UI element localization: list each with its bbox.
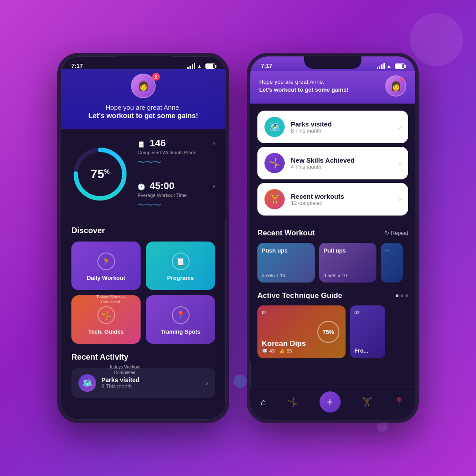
skills-list-info: New Skills Achieved 4 This month: [291, 156, 393, 170]
technique-card-front[interactable]: 02 Fro...: [350, 305, 385, 358]
recent-list-info: Recent workouts 12 completed: [291, 193, 393, 206]
dot-2: [401, 294, 403, 297]
greeting-line2: Let's workout to get some gains!: [71, 112, 215, 120]
likes-icon: 👍 65: [279, 348, 292, 354]
discover-grid: 🏃 Daily Workout 📋 Programs 🤸 Tech. Guide…: [71, 242, 215, 344]
parks-sub: 8 This month: [291, 128, 393, 134]
avatar-image: 👩: [132, 74, 155, 97]
phone2-main-content: 🗺️ Parks visited 8 This month › 🤸 New Sk…: [250, 104, 415, 362]
progress-circle: 75%: [71, 145, 129, 203]
dot-3: [405, 294, 408, 297]
activity-sub: 8 This month: [101, 383, 201, 390]
phone2-avatar[interactable]: 👩 2: [385, 75, 406, 97]
technique-card-korean[interactable]: 01 Korean Dips 💬 43 👍 65 75%: [257, 305, 346, 358]
technique-guide-title: Active Technique Guide: [257, 291, 342, 300]
repeat-label: Repeat: [391, 230, 408, 236]
phone2-greeting-line2: Let's workout to get some gains!: [259, 86, 380, 94]
battery-icon-2: [395, 63, 405, 69]
activity-card-skills[interactable]: 🤸 New Skills Achieved 4 This month ›: [257, 147, 408, 179]
chevron-icon-2: ›: [213, 182, 215, 190]
daily-workout-icon: 🏃: [97, 253, 115, 270]
bg-decoration-2: [234, 375, 247, 388]
wifi-icon: ▲: [197, 63, 202, 69]
tech-guides-icon: 🤸: [97, 306, 115, 324]
squiggle-2: 〜〜〜: [138, 200, 215, 210]
phone1-header: 👩 2 Hope you are great Anne, Let's worko…: [61, 69, 226, 129]
technique-guide-header: Active Technique Guide: [257, 291, 408, 300]
pullups-name: Pull ups: [324, 247, 372, 254]
phone2-badge: 2: [400, 75, 406, 82]
stat-number-time: 45:00: [149, 180, 174, 191]
stat-time[interactable]: 🕐 45:00 › Everage Workout Time 〜〜〜: [138, 180, 215, 210]
parks-chevron: ›: [399, 123, 401, 131]
circle-percent: 75%: [90, 167, 110, 181]
recent-title: Recent workouts: [291, 193, 393, 200]
extra-name: ...: [385, 247, 398, 252]
card-daily-workout[interactable]: 🏃 Daily Workout: [71, 242, 141, 290]
recent-workout-title: Recent Workout: [257, 229, 315, 238]
phones-container: 7:17 ▲ 👩: [57, 53, 419, 423]
programs-label: Programs: [167, 275, 194, 281]
skills-chevron: ›: [399, 159, 401, 167]
signal-icon-2: [377, 63, 385, 69]
parks-list-icon: 🗺️: [264, 117, 285, 137]
dot-1: [396, 294, 398, 297]
circle-center: 75%: [90, 167, 110, 181]
recent-workout-section: Recent Workout ↻ Repeat Push ups 3 sets …: [250, 223, 415, 286]
parks-list-info: Parks visited 8 This month: [291, 120, 393, 134]
parks-title: Parks visited: [291, 120, 393, 128]
activity-chevron: ›: [206, 379, 208, 387]
card-programs[interactable]: 📋 Programs: [146, 242, 215, 290]
workout-card-pushups[interactable]: Push ups 3 sets x 10: [257, 243, 315, 283]
stat-desc-time: Everage Workout Time: [138, 193, 215, 198]
repeat-button[interactable]: ↻ Repeat: [385, 230, 408, 236]
recent-list-icon: 🏋️: [264, 189, 285, 209]
circle-label: Todays Workout Completed: [107, 361, 142, 376]
status-bar-1: 7:17 ▲: [61, 56, 226, 69]
avatar-wrapper: 👩 2: [71, 74, 215, 98]
workout-card-pullups[interactable]: Pull ups 3 sets x 10: [319, 243, 376, 283]
status-bar-2: 7:17 ▲: [250, 56, 415, 71]
technique-cards: 01 Korean Dips 💬 43 👍 65 75%: [257, 305, 408, 358]
skills-list-icon: 🤸: [264, 153, 285, 173]
progress-section: 75% Todays Workout Completed 📋 146: [61, 129, 226, 219]
activity-card-parks[interactable]: 🗺️ Parks visited 8 This month ›: [257, 111, 408, 143]
korean-stats: 💬 43 👍 65: [262, 348, 341, 354]
tech-guides-label: Tech. Guides: [88, 328, 124, 335]
signal-icon: [187, 63, 195, 69]
pushups-sets: 3 sets x 10: [262, 273, 310, 278]
phone2-header: Hope you are great Anne, Let's workout t…: [250, 71, 415, 104]
time-2: 7:17: [261, 63, 272, 69]
stat-completed[interactable]: 📋 146 › Completed Workouts Plans 〜〜〜: [138, 138, 215, 174]
stats-column: 📋 146 › Completed Workouts Plans 〜〜〜 🕐: [138, 138, 215, 210]
bg-decoration-1: [410, 13, 463, 66]
time-1: 7:17: [71, 63, 83, 69]
parks-icon: 🗺️: [78, 374, 96, 392]
status-icons-1: ▲: [187, 63, 215, 69]
battery-icon: [205, 63, 215, 69]
daily-workout-label: Daily Workout: [87, 275, 125, 281]
front-name: Fro...: [354, 347, 381, 354]
phone1-content: 👩 2 Hope you are great Anne, Let's worko…: [61, 69, 226, 419]
activity-parks-visited[interactable]: 🗺️ Parks visited 8 This month ›: [71, 368, 215, 398]
card-training-spots[interactable]: 📍 Training Spots: [146, 295, 215, 344]
activity-info: Parks visited 8 This month: [101, 376, 201, 390]
skills-sub: 4 This month: [291, 164, 393, 170]
programs-icon: 📋: [172, 253, 190, 270]
phone2-greeting: Hope you are great Anne, Let's workout t…: [259, 78, 380, 94]
training-spots-label: Training Spots: [160, 328, 200, 335]
recent-chevron: ›: [399, 195, 401, 203]
technique-guide-section: Active Technique Guide 01: [250, 286, 415, 362]
wifi-icon-2: ▲: [387, 63, 391, 69]
recent-activity-section: Recent Activity 🗺️ Parks visited 8 This …: [61, 351, 226, 405]
korean-num: 01: [262, 310, 341, 315]
activity-card-recent[interactable]: 🏋️ Recent workouts 12 completed ›: [257, 183, 408, 216]
pushups-name: Push ups: [262, 247, 310, 254]
clipboard-icon: 📋: [138, 141, 145, 148]
workout-cards: Push ups 3 sets x 10 Pull ups 3 sets x 1…: [257, 243, 408, 283]
recent-activity-title: Recent Activity: [71, 353, 215, 362]
discover-section: Discover 🏃 Daily Workout 📋 Programs 🤸 Te…: [61, 219, 226, 351]
todays-label: Todays WorkoutCompleted: [91, 294, 130, 305]
notification-badge[interactable]: 2: [152, 73, 160, 81]
stat-number-completed: 146: [149, 138, 166, 149]
